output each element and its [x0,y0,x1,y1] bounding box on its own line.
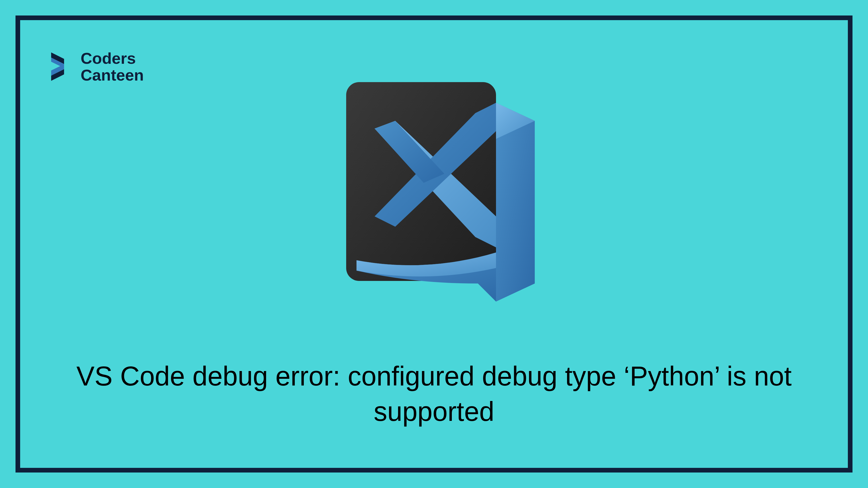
logo-mark-icon [46,50,74,84]
banner-frame: Coders Canteen [16,15,852,473]
vscode-icon [323,72,545,304]
logo: Coders Canteen [46,50,144,84]
logo-text-line1: Coders [81,50,144,67]
banner-title: VS Code debug error: configured debug ty… [20,359,848,429]
logo-text-line2: Canteen [81,67,144,84]
logo-text: Coders Canteen [81,50,144,84]
